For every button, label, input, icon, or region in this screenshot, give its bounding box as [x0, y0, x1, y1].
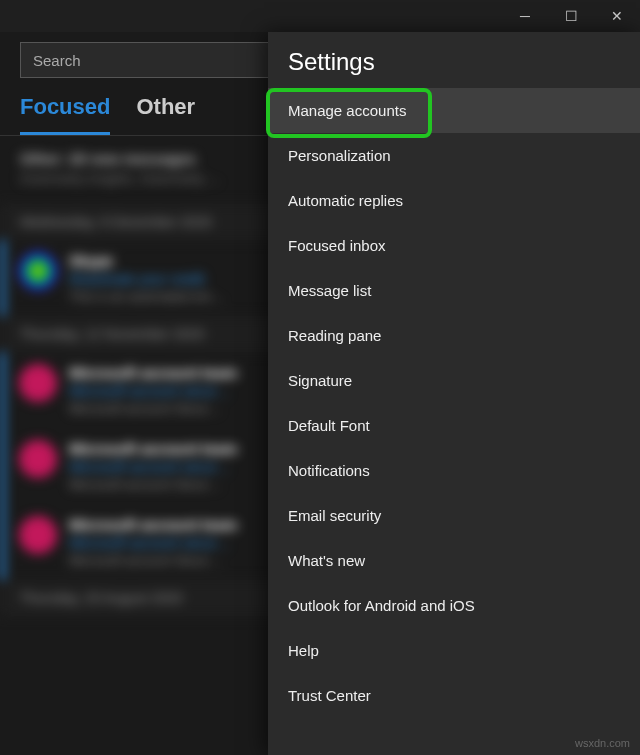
maximize-button[interactable]: ☐ [548, 0, 594, 32]
close-button[interactable]: ✕ [594, 0, 640, 32]
settings-message-list[interactable]: Message list [268, 268, 640, 313]
settings-manage-accounts[interactable]: Manage accounts [268, 88, 640, 133]
settings-trust-center[interactable]: Trust Center [268, 673, 640, 718]
settings-default-font[interactable]: Default Font [268, 403, 640, 448]
settings-help[interactable]: Help [268, 628, 640, 673]
settings-notifications[interactable]: Notifications [268, 448, 640, 493]
avatar [19, 440, 57, 478]
titlebar: ─ ☐ ✕ [0, 0, 640, 32]
minimize-button[interactable]: ─ [502, 0, 548, 32]
tab-focused[interactable]: Focused [20, 94, 110, 135]
search-placeholder: Search [33, 52, 81, 69]
settings-personalization[interactable]: Personalization [268, 133, 640, 178]
settings-email-security[interactable]: Email security [268, 493, 640, 538]
settings-panel: Settings Manage accounts Personalization… [268, 32, 640, 755]
avatar [19, 252, 57, 290]
settings-focused-inbox[interactable]: Focused inbox [268, 223, 640, 268]
settings-reading-pane[interactable]: Reading pane [268, 313, 640, 358]
settings-whats-new[interactable]: What's new [268, 538, 640, 583]
tab-other[interactable]: Other [136, 94, 195, 135]
settings-outlook-mobile[interactable]: Outlook for Android and iOS [268, 583, 640, 628]
settings-signature[interactable]: Signature [268, 358, 640, 403]
watermark: wsxdn.com [575, 737, 630, 749]
settings-automatic-replies[interactable]: Automatic replies [268, 178, 640, 223]
avatar [19, 516, 57, 554]
settings-title: Settings [268, 32, 640, 88]
avatar [19, 364, 57, 402]
